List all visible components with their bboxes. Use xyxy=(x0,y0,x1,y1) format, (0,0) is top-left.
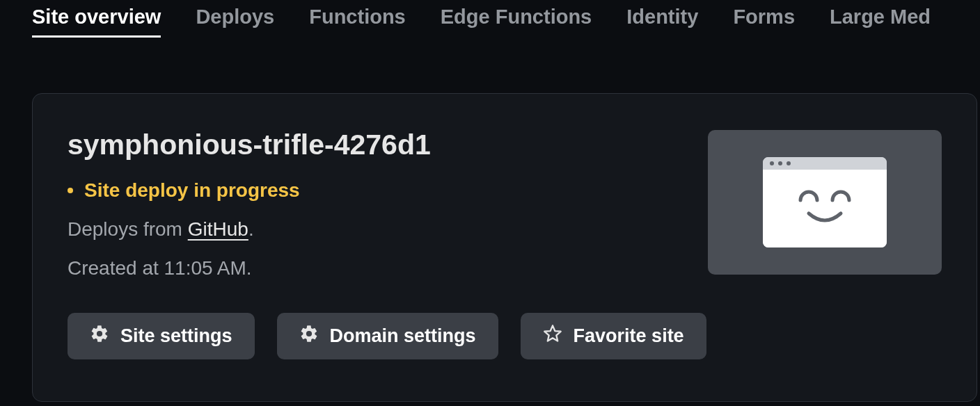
deploys-from-suffix: . xyxy=(248,218,254,240)
site-tabs: Site overview Deploys Functions Edge Fun… xyxy=(0,0,980,38)
tab-large-media[interactable]: Large Med xyxy=(830,6,931,35)
action-buttons: Site settings Domain settings Favorite s… xyxy=(68,313,708,359)
browser-window-icon xyxy=(763,157,887,247)
site-overview-card: symphonious-trifle-4276d1 Site deploy in… xyxy=(32,93,977,402)
smile-face-icon xyxy=(787,183,863,234)
deploy-status-text: Site deploy in progress xyxy=(84,179,300,202)
deploys-from-line: Deploys from GitHub. xyxy=(68,218,708,241)
site-name: symphonious-trifle-4276d1 xyxy=(68,129,708,161)
deploys-from-prefix: Deploys from xyxy=(68,218,188,240)
star-icon xyxy=(543,324,562,348)
tab-functions[interactable]: Functions xyxy=(309,6,406,35)
github-link[interactable]: GitHub xyxy=(188,218,248,240)
site-thumbnail[interactable] xyxy=(708,130,942,275)
site-settings-label: Site settings xyxy=(120,325,232,347)
status-dot-icon xyxy=(68,188,73,193)
tab-site-overview[interactable]: Site overview xyxy=(32,6,161,38)
created-at-line: Created at 11:05 AM. xyxy=(68,257,708,279)
domain-settings-label: Domain settings xyxy=(330,325,476,347)
tab-edge-functions[interactable]: Edge Functions xyxy=(441,6,592,35)
tab-identity[interactable]: Identity xyxy=(626,6,698,35)
tab-deploys[interactable]: Deploys xyxy=(196,6,274,35)
favorite-site-label: Favorite site xyxy=(574,325,684,347)
favorite-site-button[interactable]: Favorite site xyxy=(521,313,706,359)
gear-icon xyxy=(299,324,319,348)
deploy-status: Site deploy in progress xyxy=(68,179,708,202)
site-settings-button[interactable]: Site settings xyxy=(68,313,255,359)
domain-settings-button[interactable]: Domain settings xyxy=(277,313,498,359)
gear-icon xyxy=(90,324,109,348)
tab-forms[interactable]: Forms xyxy=(733,6,795,35)
